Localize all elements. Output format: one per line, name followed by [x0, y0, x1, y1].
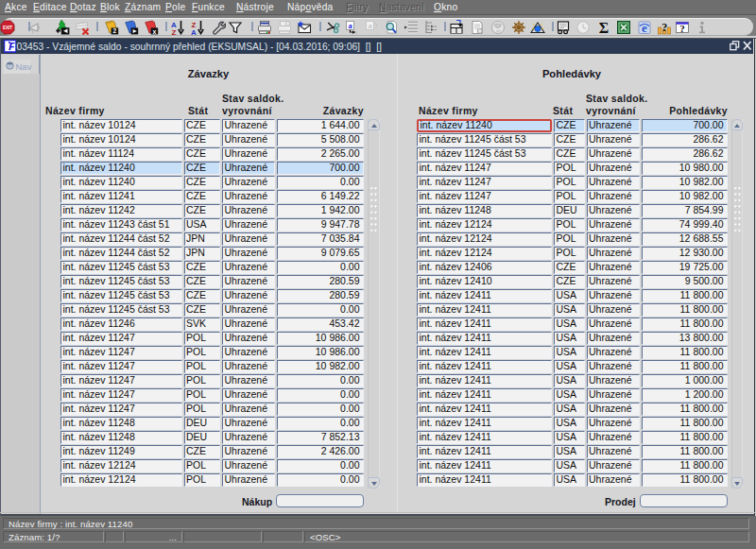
- svg-text:a: a: [374, 28, 378, 36]
- svg-text:?: ?: [662, 21, 667, 34]
- svg-text:A: A: [191, 28, 197, 36]
- svg-text:Z: Z: [172, 28, 177, 36]
- svg-text:x: x: [152, 28, 156, 35]
- svg-text:Σ: Σ: [599, 20, 609, 35]
- svg-text:2: 2: [113, 27, 117, 34]
- svg-text:EXIT: EXIT: [3, 26, 12, 30]
- svg-text:?: ?: [679, 23, 685, 34]
- svg-text:a: a: [354, 28, 358, 35]
- svg-text:e: e: [642, 21, 647, 35]
